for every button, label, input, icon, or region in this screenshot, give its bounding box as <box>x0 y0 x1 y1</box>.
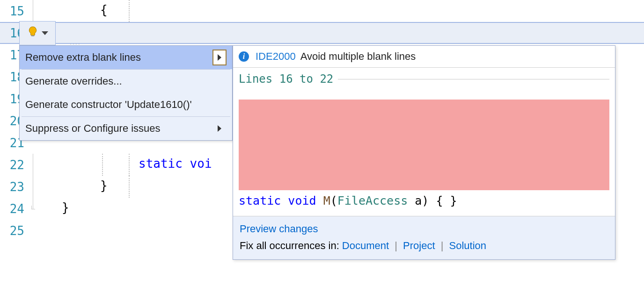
menu-item-label: Generate overrides... <box>25 75 122 87</box>
diff-range-label: Lines 16 to 22 <box>239 72 333 86</box>
preview-footer: Preview changes Fix all occurrences in: … <box>233 216 615 259</box>
menu-item-generate-constructor[interactable]: Generate constructor 'Update1610()' <box>20 93 232 116</box>
diff-range: Lines 16 to 22 <box>239 72 609 86</box>
separator: | <box>441 240 444 251</box>
code-fix-preview: i IDE2000 Avoid multiple blank lines Lin… <box>233 45 615 260</box>
menu-item-generate-overrides[interactable]: Generate overrides... <box>20 70 232 93</box>
svg-rect-0 <box>31 36 35 36</box>
chevron-right-icon <box>212 121 227 136</box>
line-number: 23 <box>0 180 28 194</box>
separator-line <box>338 79 609 79</box>
menu-item-remove-blank-lines[interactable]: Remove extra blank lines <box>20 46 232 69</box>
quick-actions-menu: Remove extra blank lines Generate overri… <box>19 45 233 141</box>
code-preview-line: static void M(FileAccess a) { } <box>239 194 609 207</box>
line-number: 24 <box>0 202 28 216</box>
chevron-right-icon <box>212 50 227 65</box>
chevron-down-icon <box>42 31 48 35</box>
menu-item-label: Suppress or Configure issues <box>25 122 161 135</box>
preview-header: i IDE2000 Avoid multiple blank lines <box>233 46 615 68</box>
brace-open: { <box>100 3 108 17</box>
fix-document-link[interactable]: Document <box>342 240 389 251</box>
brace-close: } <box>62 200 69 214</box>
line-number: 22 <box>0 158 28 172</box>
line-number: 15 <box>0 4 28 18</box>
preview-changes-link[interactable]: Preview changes <box>240 223 318 235</box>
preview-body: Lines 16 to 22 static void M(FileAccess … <box>233 68 615 216</box>
lightbulb-icon <box>27 26 39 41</box>
quick-actions-button[interactable] <box>19 21 56 45</box>
fix-project-link[interactable]: Project <box>403 240 435 251</box>
removed-lines-block <box>239 100 609 190</box>
brace-close: } <box>100 179 108 193</box>
fix-solution-link[interactable]: Solution <box>449 240 487 251</box>
code-line-active: 16 <box>0 22 644 44</box>
menu-item-label: Remove extra blank lines <box>25 51 141 64</box>
separator: | <box>395 240 397 251</box>
code-fragment: static voi <box>139 157 212 171</box>
rule-message: Avoid multiple blank lines <box>300 50 416 63</box>
menu-item-suppress-configure[interactable]: Suppress or Configure issues <box>20 117 232 140</box>
fix-all-label: Fix all occurrences in: <box>240 240 342 251</box>
code-line: 15 { <box>0 0 644 22</box>
info-icon: i <box>239 51 249 62</box>
rule-id[interactable]: IDE2000 <box>256 50 296 63</box>
menu-item-label: Generate constructor 'Update1610()' <box>25 99 192 111</box>
line-number: 25 <box>0 224 28 238</box>
